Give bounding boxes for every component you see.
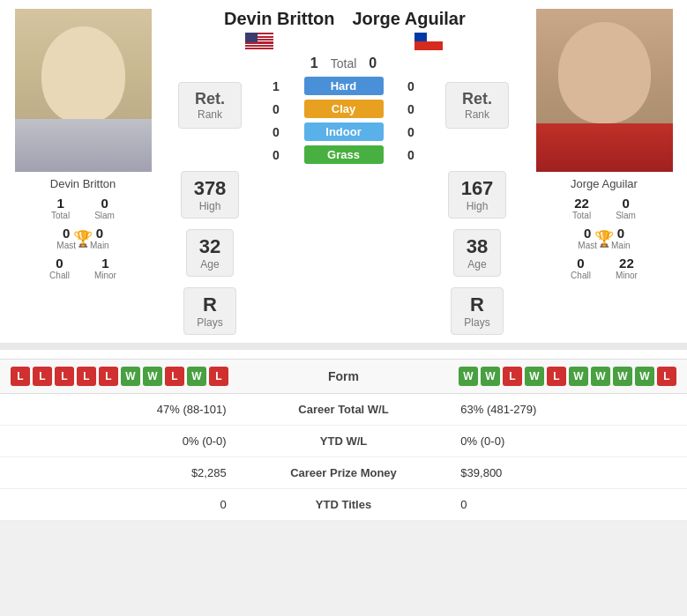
right-chall-lbl: Chall: [571, 271, 591, 280]
hard-left-score: 1: [267, 79, 285, 93]
left-total-val: 1: [56, 196, 63, 211]
right-main-val: 0: [617, 226, 624, 241]
center-spacer3: [258, 284, 429, 338]
form-badge-left: L: [77, 367, 96, 386]
right-total-val: 22: [574, 196, 589, 211]
ytd-wl-row: 0% (0-0) YTD W/L 0% (0-0): [0, 426, 687, 457]
indoor-badge: Indoor: [304, 122, 384, 141]
grass-row: 0 Grass 0: [267, 145, 420, 164]
prize-label: Career Prize Money: [241, 457, 447, 489]
left-slam-lbl: Slam: [94, 211, 115, 220]
clay-badge: Clay: [304, 100, 384, 118]
left-flag-icon: [245, 33, 273, 50]
flag-cl-blue: [414, 33, 427, 41]
ytd-wl-label: YTD W/L: [241, 426, 447, 457]
right-age-box: 38 Age: [453, 229, 501, 277]
left-minor-lbl: Minor: [94, 271, 116, 280]
indoor-left-score: 0: [267, 125, 285, 139]
right-name-center: Jorge Aguilar: [344, 9, 526, 29]
clay-right-score: 0: [402, 102, 420, 116]
left-player-photo: [15, 9, 152, 172]
right-plays-lbl: Plays: [464, 316, 489, 329]
section-divider: [0, 343, 687, 350]
left-age-lbl: Age: [199, 258, 220, 271]
left-rank-val: Ret.: [195, 90, 225, 108]
left-age-val: 32: [199, 235, 220, 258]
left-minor-val: 1: [101, 256, 108, 271]
career-wl-row: 47% (88-101) Career Total W/L 63% (481-2…: [0, 394, 687, 426]
form-badge-left: W: [121, 367, 140, 386]
left-player-name-header: Devin Britton: [224, 9, 335, 28]
form-badge-right: W: [591, 367, 610, 386]
form-badge-left: W: [143, 367, 162, 386]
clay-row: 0 Clay 0: [267, 100, 420, 118]
form-badge-left: L: [99, 367, 118, 386]
right-minor-lbl: Minor: [616, 271, 638, 280]
form-badge-left: L: [165, 367, 184, 386]
left-titles: 0: [0, 489, 241, 521]
right-prize: $39,800: [446, 457, 687, 489]
left-plays-box: R Plays: [183, 287, 235, 335]
left-rank-lbl: Rank: [195, 108, 225, 121]
left-plays-container: R Plays: [161, 284, 258, 338]
right-rank-val: Ret.: [462, 90, 492, 108]
form-section: LLLLLWWLWL Form WWLWLWWWWL: [0, 359, 687, 394]
panels-wrapper: Devin Britton 1 Total 0 Slam 0 Mast �: [0, 0, 687, 343]
left-rank-container: Ret. Rank: [161, 77, 258, 134]
hard-row: 1 Hard 0: [267, 77, 420, 95]
left-rank-box: Ret. Rank: [178, 82, 242, 129]
left-chall-stat: 0 Chall: [49, 256, 70, 280]
left-player-wrapper: Devin Britton 1 Total 0 Slam 0 Mast �: [4, 9, 161, 338]
hard-badge: Hard: [304, 77, 384, 95]
form-badge-right: W: [613, 367, 632, 386]
age-row: 32 Age 38 Age: [161, 226, 526, 280]
stats-table: 47% (88-101) Career Total W/L 63% (481-2…: [0, 394, 687, 521]
right-rank-container: Ret. Rank: [429, 77, 526, 134]
form-badge-right: L: [657, 367, 676, 386]
left-minor-stat: 1 Minor: [94, 256, 116, 280]
left-flag-wrap: [161, 33, 344, 50]
form-badge-left: W: [187, 367, 206, 386]
right-flag-icon: [414, 33, 443, 50]
right-ytd-wl: 0% (0-0): [446, 426, 687, 457]
right-plays-box: R Plays: [451, 287, 503, 335]
left-stats-row1: 1 Total 0 Slam: [12, 196, 153, 220]
right-slam-lbl: Slam: [616, 211, 636, 220]
right-age-val: 38: [467, 235, 488, 258]
grass-right-score: 0: [402, 148, 420, 162]
surface-badges: 1 Hard 0 0 Clay 0 0 Indoor 0: [258, 77, 429, 164]
right-high-val: 167: [461, 177, 494, 200]
left-high-box: 378 High: [181, 171, 240, 219]
right-stats-row3: 0 Chall 22 Minor: [534, 256, 675, 280]
flag-canton: [245, 33, 258, 42]
clay-left-score: 0: [267, 102, 285, 116]
right-stats-row1: 22 Total 0 Slam: [534, 196, 675, 220]
left-slam-val: 0: [101, 196, 108, 211]
rank-section: Ret. Rank 1 Hard 0 0 Clay 0: [161, 77, 526, 164]
left-high-val: 378: [194, 177, 227, 200]
right-career-wl: 63% (481-279): [446, 394, 687, 426]
right-minor-stat: 22 Minor: [616, 256, 638, 280]
right-chall-stat: 0 Chall: [571, 256, 591, 280]
right-flag-wrap: [344, 33, 526, 50]
flags-row: [161, 33, 526, 50]
right-plays-val: R: [464, 293, 489, 316]
total-left-score: 1: [310, 56, 318, 71]
form-badge-right: L: [503, 367, 522, 386]
left-slam-stat: 0 Slam: [94, 196, 115, 220]
right-player-photo: [536, 9, 673, 172]
left-player-name: Devin Britton: [50, 177, 116, 190]
left-mast-val: 0: [63, 226, 70, 241]
right-age-lbl: Age: [467, 258, 488, 271]
right-chall-val: 0: [577, 256, 584, 271]
indoor-row: 0 Indoor 0: [267, 122, 420, 141]
center-spacer: [258, 167, 429, 222]
form-badge-right: L: [547, 367, 566, 386]
left-total-stat: 1 Total: [51, 196, 70, 220]
form-left: LLLLLWWLWL: [11, 367, 228, 386]
left-name-center: Devin Britton: [161, 9, 344, 29]
prize-row: $2,285 Career Prize Money $39,800: [0, 457, 687, 489]
form-badge-left: L: [55, 367, 74, 386]
right-minor-val: 22: [619, 256, 634, 271]
right-high-box: 167 High: [448, 171, 507, 219]
